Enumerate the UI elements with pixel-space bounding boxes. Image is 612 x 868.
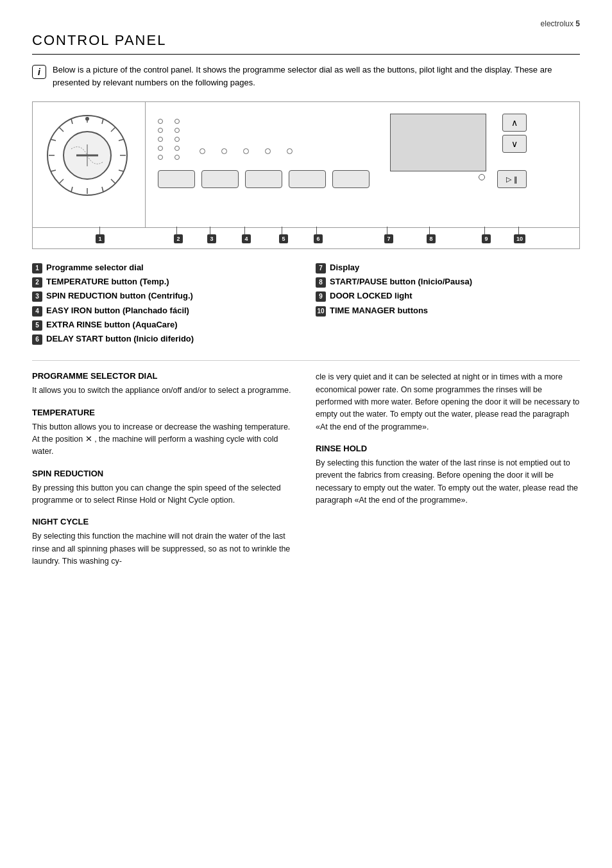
tick-10 — [518, 227, 519, 234]
section-body-night-cycle-end: cle is very quiet and it can be selected… — [316, 371, 580, 433]
legend-item-6: 6 DELAY START button (Inicio diferido) — [32, 333, 296, 345]
left-column: PROGRAMME SELECTOR DIAL It allows you to… — [32, 371, 296, 578]
dial-svg — [46, 114, 129, 197]
svg-line-5 — [59, 127, 64, 132]
svg-line-10 — [102, 119, 103, 124]
legend-item-4: 4 EASY IRON button (Planchado fácil) — [32, 305, 296, 317]
up-button[interactable]: ∧ — [502, 114, 527, 132]
legend-item-2: 2 TEMPERATURE button (Temp.) — [32, 276, 296, 288]
led-columns — [158, 116, 180, 160]
svg-line-15 — [71, 187, 72, 192]
num-label-1: 1 — [96, 233, 105, 243]
num-label-2: 2 — [174, 233, 183, 243]
indicator-dots — [200, 148, 293, 154]
legend-item-3: 3 SPIN REDUCTION button (Centrifug.) — [32, 290, 296, 302]
section-body-spin: By pressing this button you can change t… — [32, 482, 296, 507]
header: electrolux 5 — [32, 19, 580, 28]
tick-9 — [484, 227, 485, 234]
start-pause-button[interactable]: ▷ ‖ — [497, 170, 527, 188]
section-night-cycle-right: cle is very quiet and it can be selected… — [316, 371, 580, 433]
updown-buttons: ∧ ∨ — [502, 114, 527, 153]
control-panel-diagram: ∧ ∨ ▷ ‖ 1 2 3 4 5 6 7 8 9 10 — [32, 101, 580, 249]
section-night-cycle-left: NIGHT CYCLE By selecting this function t… — [32, 517, 296, 568]
info-box: i Below is a picture of the control pane… — [32, 64, 580, 89]
num-label-3: 3 — [207, 233, 216, 243]
svg-point-17 — [85, 117, 89, 121]
section-title-rinse-hold: RINSE HOLD — [316, 444, 580, 453]
tick-6 — [316, 227, 317, 234]
legend-item-10: 10 TIME MANAGER buttons — [316, 305, 580, 317]
svg-line-16 — [102, 187, 103, 192]
section-temperature: TEMPERATURE This button allows you to in… — [32, 408, 296, 458]
section-title-programme: PROGRAMME SELECTOR DIAL — [32, 371, 296, 381]
svg-line-6 — [111, 127, 115, 132]
diagram-bottom-divider — [33, 227, 579, 228]
tick-4 — [244, 227, 245, 234]
section-title-night-cycle: NIGHT CYCLE — [32, 517, 296, 526]
tick-7 — [387, 227, 387, 234]
info-icon: i — [32, 65, 46, 79]
tick-8 — [429, 227, 430, 234]
num-label-5: 5 — [279, 233, 288, 243]
dial-area — [46, 114, 129, 197]
btn-easy-iron[interactable] — [245, 170, 282, 188]
num-label-6: 6 — [314, 233, 323, 243]
divider-1 — [145, 102, 146, 228]
num-label-8: 8 — [427, 233, 436, 243]
section-title-spin: SPIN REDUCTION — [32, 469, 296, 478]
content-columns: PROGRAMME SELECTOR DIAL It allows you to… — [32, 371, 580, 578]
section-title-temperature: TEMPERATURE — [32, 408, 296, 417]
legend-item-9: 9 DOOR LOCKED light — [316, 290, 580, 302]
display-panel — [390, 114, 486, 171]
section-body-rinse-hold: By selecting this function the water of … — [316, 457, 580, 507]
svg-line-8 — [111, 179, 115, 184]
section-programme-selector: PROGRAMME SELECTOR DIAL It allows you to… — [32, 371, 296, 397]
push-buttons — [158, 170, 370, 188]
tick-3 — [210, 227, 210, 234]
svg-line-13 — [119, 139, 124, 141]
tick-2 — [176, 227, 177, 234]
btn-spin[interactable] — [201, 170, 239, 188]
btn-delay-start[interactable] — [332, 170, 370, 188]
section-body-programme: It allows you to switch the appliance on… — [32, 385, 296, 397]
legend-item-6-placeholder — [316, 319, 580, 331]
btn-extra-rinse[interactable] — [289, 170, 326, 188]
num-label-7: 7 — [384, 233, 393, 243]
tick-5 — [282, 227, 282, 234]
tick-1 — [99, 227, 100, 234]
legend: 1 Programme selector dial 7 Display 2 TE… — [32, 262, 580, 345]
legend-item-1: 1 Programme selector dial — [32, 262, 296, 273]
section-spin-reduction: SPIN REDUCTION By pressing this button y… — [32, 469, 296, 507]
svg-line-7 — [59, 179, 64, 184]
info-text: Below is a picture of the control panel.… — [53, 64, 580, 89]
section-body-temperature: This button allows you to increase or de… — [32, 421, 296, 458]
brand-page: electrolux 5 — [541, 19, 580, 28]
door-locked-indicator — [479, 174, 485, 180]
svg-line-14 — [119, 170, 124, 171]
right-column: cle is very quiet and it can be selected… — [316, 371, 580, 578]
section-body-night-cycle-start: By selecting this function the machine w… — [32, 530, 296, 568]
svg-line-12 — [51, 170, 56, 171]
num-label-9: 9 — [482, 233, 491, 243]
legend-item-5: 5 EXTRA RINSE button (AquaCare) — [32, 319, 296, 331]
num-label-4: 4 — [242, 233, 251, 243]
down-button[interactable]: ∨ — [502, 135, 527, 153]
legend-item-7: 7 Display — [316, 262, 580, 273]
svg-line-9 — [71, 119, 72, 124]
svg-line-11 — [51, 139, 56, 141]
num-label-10: 10 — [514, 233, 525, 243]
page-title: CONTROL PANEL — [32, 32, 580, 55]
btn-temperature[interactable] — [158, 170, 195, 188]
legend-item-8: 8 START/PAUSE button (Inicio/Pausa) — [316, 276, 580, 288]
section-rinse-hold: RINSE HOLD By selecting this function th… — [316, 444, 580, 507]
